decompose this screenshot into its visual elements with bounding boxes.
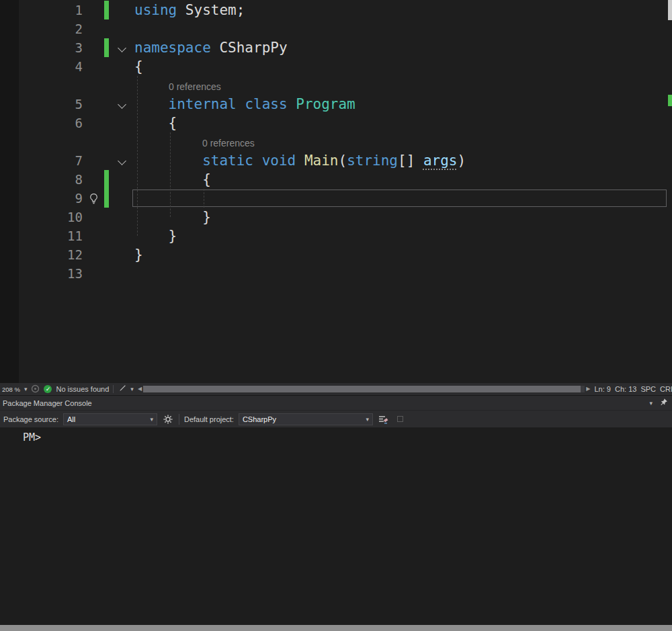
code-text[interactable]: } [134, 245, 672, 264]
code-text[interactable]: { [134, 170, 672, 189]
change-tracking-bar [104, 1, 109, 19]
glyph-margin [83, 1, 104, 19]
line-number: 9 [0, 189, 83, 208]
code-text[interactable] [134, 19, 672, 38]
issues-check-icon: ✓ [44, 385, 52, 393]
fold-margin [109, 95, 134, 114]
change-tracking-bar [104, 38, 109, 57]
code-row: 1using System; [0, 1, 672, 19]
change-tracking-bar [104, 170, 109, 189]
glyph-margin [83, 114, 104, 132]
change-tracking-bar [104, 57, 109, 76]
code-text[interactable]: { [134, 57, 672, 76]
code-row: 5 internal class Program [0, 95, 672, 114]
code-cleanup-icon[interactable] [118, 384, 126, 394]
eol-indicator[interactable]: CRLF [660, 385, 672, 393]
glyph-margin [83, 76, 104, 95]
scroll-right-icon[interactable]: ▶ [586, 383, 590, 395]
default-project-label: Default project: [184, 415, 234, 423]
fold-margin [109, 170, 134, 189]
code-editor[interactable]: 1using System;23namespace CSharpPy4{0 re… [0, 0, 672, 383]
scrollbar-thumb[interactable] [143, 386, 581, 392]
glyph-margin [83, 95, 104, 114]
fold-chevron-icon[interactable] [118, 100, 126, 109]
line-number: 7 [0, 151, 83, 170]
clear-console-button[interactable] [378, 413, 390, 425]
change-tracking-bar [104, 132, 109, 151]
code-text[interactable]: } [134, 208, 672, 226]
change-tracking-bar [104, 264, 109, 283]
code-row: 2 [0, 19, 672, 38]
code-text[interactable]: 0 references [134, 132, 672, 151]
package-source-settings-button[interactable] [162, 413, 174, 425]
lightbulb-icon[interactable] [83, 189, 104, 208]
code-cleanup-dropdown-icon[interactable]: ▾ [130, 386, 134, 392]
code-row: 9 [0, 189, 672, 208]
zoom-level[interactable]: 208 % [2, 386, 20, 393]
package-manager-console-header[interactable]: Package Manager Console ▾ [0, 395, 672, 410]
code-text[interactable]: internal class Program [134, 95, 672, 114]
line-number: 8 [0, 170, 83, 189]
codelens-row: 0 references [0, 76, 672, 95]
indent-guide [137, 76, 138, 236]
zoom-dropdown-icon[interactable]: ▾ [24, 386, 28, 392]
code-text[interactable] [134, 264, 672, 283]
fold-chevron-icon[interactable] [118, 44, 126, 52]
fold-margin [109, 19, 134, 38]
line-number: 11 [0, 226, 83, 245]
line-number [0, 76, 83, 95]
code-row: 11 } [0, 226, 672, 245]
fold-margin [109, 245, 134, 264]
column-indicator[interactable]: Ch: 13 [615, 385, 636, 393]
horizontal-scrollbar[interactable]: ◀ ▶ [138, 383, 591, 395]
bottom-scrollbar-strip[interactable] [0, 625, 672, 631]
line-number: 1 [0, 1, 83, 19]
package-source-dropdown[interactable]: All ▾ [63, 413, 157, 425]
code-rows: 1using System;23namespace CSharpPy4{0 re… [0, 1, 672, 283]
line-number: 3 [0, 38, 83, 57]
code-text[interactable]: } [134, 226, 672, 245]
glyph-margin [83, 19, 104, 38]
code-row: 12} [0, 245, 672, 264]
line-indicator[interactable]: Ln: 9 [594, 385, 610, 393]
scroll-left-icon[interactable]: ◀ [138, 383, 142, 395]
code-text[interactable]: static void Main(string[] args) [134, 151, 672, 170]
line-number: 4 [0, 57, 83, 76]
codelens-references[interactable]: 0 references [134, 77, 221, 96]
code-text[interactable]: namespace CSharpPy [134, 38, 672, 57]
change-tracking-bar [104, 151, 109, 170]
document-health-icon[interactable] [31, 384, 40, 394]
code-row: 13 [0, 264, 672, 283]
code-text[interactable]: using System; [134, 1, 672, 19]
glyph-margin [83, 38, 104, 57]
scrollbar-thumb[interactable] [668, 0, 672, 20]
line-number: 12 [0, 245, 83, 264]
pm-prompt: PM> [23, 431, 41, 444]
indent-guide [204, 189, 204, 208]
default-project-dropdown[interactable]: CSharpPy ▾ [239, 413, 373, 425]
change-tracking-bar [104, 208, 109, 226]
code-text[interactable] [134, 189, 672, 208]
code-text[interactable]: { [134, 114, 672, 132]
pin-icon[interactable] [659, 397, 668, 409]
scrollbar-track[interactable] [143, 386, 585, 392]
stop-icon [397, 416, 403, 422]
code-row: 8 { [0, 170, 672, 189]
glyph-margin [83, 208, 104, 226]
issues-status-text[interactable]: No issues found [56, 385, 109, 393]
panel-title: Package Manager Console [3, 399, 92, 407]
code-row: 7 static void Main(string[] args) [0, 151, 672, 170]
stop-button [394, 413, 407, 425]
line-number [0, 132, 83, 151]
window-position-dropdown-icon[interactable]: ▾ [649, 400, 653, 407]
code-row: 3namespace CSharpPy [0, 38, 672, 57]
code-text[interactable]: 0 references [134, 76, 672, 95]
fold-chevron-icon[interactable] [118, 157, 126, 165]
editor-vertical-scrollbar[interactable] [668, 0, 672, 383]
whitespace-indicator[interactable]: SPC [640, 385, 656, 393]
glyph-margin [83, 132, 104, 151]
line-number: 13 [0, 264, 83, 283]
console-output[interactable]: PM> [0, 427, 672, 625]
codelens-references[interactable]: 0 references [134, 134, 255, 153]
toolbar-separator [179, 414, 179, 425]
